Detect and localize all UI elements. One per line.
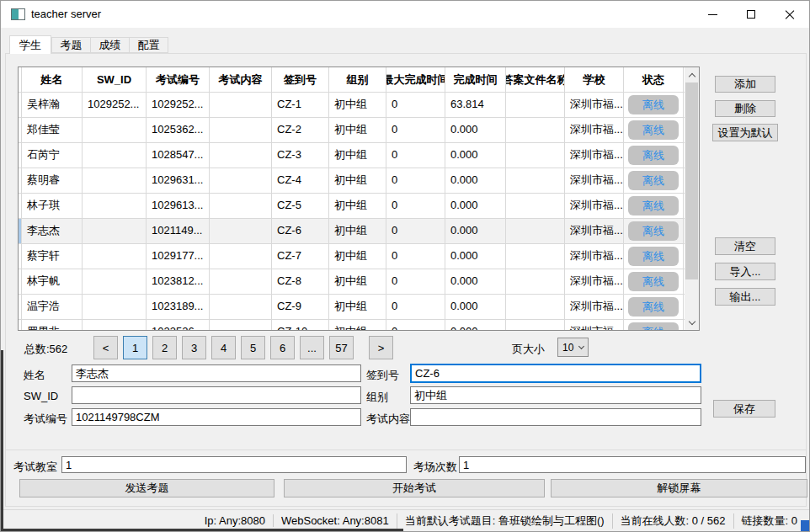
maximize-button[interactable] [732, 1, 770, 28]
table-row[interactable]: 林子琪 1029613... CZ-5 初中组 0 0.000 深圳市福... … [19, 194, 699, 219]
table-header-cell[interactable]: 学校 [565, 67, 624, 92]
status-badge[interactable]: 离线 [628, 196, 679, 215]
swid-field[interactable] [72, 386, 361, 404]
clear-button[interactable]: 清空 [715, 237, 775, 255]
prev-page-button[interactable]: < [93, 336, 118, 359]
page-button[interactable]: 5 [241, 336, 265, 359]
status-badge[interactable]: 离线 [628, 322, 679, 330]
scroll-down-button[interactable] [685, 316, 699, 330]
cell-finish-time: 0.000 [445, 118, 506, 142]
add-button[interactable]: 添加 [715, 76, 775, 93]
page-size-value: 10 [562, 342, 573, 354]
table-row[interactable]: 蔡宇轩 1029177... CZ-7 初中组 0 0.000 深圳市福... … [19, 244, 699, 269]
status-badge[interactable]: 离线 [628, 297, 679, 317]
table-header-cell[interactable]: SW_ID [83, 67, 147, 92]
page-button[interactable]: 1 [123, 336, 147, 359]
tab-questions[interactable]: 考题 [51, 37, 91, 53]
start-exam-button[interactable]: 开始考试 [284, 479, 545, 497]
table-header-cell[interactable]: 答案文件名称 [506, 67, 565, 92]
cell-school: 深圳市福... [565, 320, 624, 330]
student-table: 姓名SW_ID考试编号考试内容签到号组别最大完成时间完成时间答案文件名称学校状态… [18, 66, 700, 331]
cell-name: 罗思非 [22, 320, 83, 330]
page-button[interactable]: 4 [211, 336, 236, 359]
save-button[interactable]: 保存 [713, 400, 775, 418]
group-label: 组别 [366, 390, 388, 405]
table-header-cell[interactable]: 完成时间 [445, 67, 506, 92]
page-button[interactable]: ... [300, 336, 324, 359]
status-badge[interactable]: 离线 [628, 272, 679, 291]
table-header-cell[interactable]: 最大完成时间 [386, 67, 445, 92]
exam-content-field[interactable] [410, 408, 701, 426]
tab-config[interactable]: 配置 [129, 37, 168, 53]
exam-content-label: 考试内容 [366, 412, 410, 427]
status-badge[interactable]: 离线 [628, 95, 679, 114]
import-button[interactable]: 导入... [715, 263, 775, 280]
cell-group: 初中组 [329, 244, 386, 269]
page-button[interactable]: 6 [270, 336, 295, 359]
exam-room-label: 考试教室 [13, 460, 57, 475]
page-button[interactable]: 57 [329, 336, 354, 359]
export-button[interactable]: 输出... [715, 288, 775, 306]
table-row[interactable]: 罗思非 1023526... CZ-10 初中组 0 0.000 深圳市福...… [19, 320, 699, 330]
status-badge[interactable]: 离线 [628, 221, 679, 241]
title-bar: teacher server [1, 1, 809, 28]
minimize-button[interactable] [693, 1, 732, 28]
table-row[interactable]: 林宇帆 1023812... CZ-8 初中组 0 0.000 深圳市福... … [19, 269, 699, 295]
cell-finish-time: 0.000 [445, 168, 506, 193]
status-badge[interactable]: 离线 [628, 120, 679, 140]
cell-answer-file [506, 269, 565, 294]
scroll-up-button[interactable] [685, 67, 699, 82]
tab-students[interactable]: 学生 [9, 35, 51, 54]
page-button[interactable]: 3 [182, 336, 206, 359]
exam-no-field[interactable] [72, 408, 361, 426]
unlock-screen-button[interactable]: 解锁屏幕 [551, 479, 807, 497]
name-field[interactable] [72, 364, 361, 382]
set-default-button[interactable]: 设置为默认 [712, 124, 778, 141]
status-segment: 当前在线人数: 0 / 562 [612, 513, 726, 529]
status-badge[interactable]: 离线 [628, 146, 679, 165]
badge-field[interactable] [410, 364, 701, 383]
cell-exam-content [210, 194, 272, 218]
vertical-scrollbar[interactable] [685, 67, 699, 330]
close-button[interactable] [770, 1, 809, 28]
chevron-down-icon [688, 317, 695, 324]
cell-finish-time: 63.814 [445, 93, 506, 117]
table-header-cell[interactable]: 考试编号 [147, 67, 210, 92]
page-button[interactable]: 2 [152, 336, 177, 359]
status-segment: 链接数量: 0 [733, 513, 797, 529]
next-page-button[interactable]: > [369, 336, 393, 359]
table-header-cell[interactable]: 考试内容 [210, 67, 272, 92]
table-row[interactable]: 温宇浩 1023189... CZ-9 初中组 0 0.000 深圳市福... … [19, 295, 699, 320]
table-row[interactable]: 吴梓瀚 1029252... 1029252... CZ-1 初中组 0 63.… [19, 93, 699, 118]
group-field[interactable] [410, 386, 701, 404]
send-exam-button[interactable]: 发送考题 [19, 479, 274, 497]
table-row[interactable]: 李志杰 1021149... CZ-6 初中组 0 0.000 深圳市福... … [19, 219, 699, 244]
cell-status: 离线 [624, 93, 684, 117]
cell-exam-content [210, 118, 272, 142]
table-header-cell[interactable]: 状态 [624, 67, 684, 92]
table-row[interactable]: 蔡明睿 1029631... CZ-4 初中组 0 0.000 深圳市福... … [19, 168, 699, 194]
scrollbar-thumb[interactable] [685, 82, 698, 279]
cell-answer-file [506, 320, 565, 330]
cell-school: 深圳市福... [565, 194, 624, 218]
table-header-cell[interactable]: 签到号 [272, 67, 329, 92]
table-header-cell[interactable]: 姓名 [22, 67, 83, 92]
page-size-select[interactable]: 10 [557, 338, 589, 357]
exam-session-field[interactable] [459, 456, 806, 473]
table-header-cell[interactable]: 组别 [329, 67, 386, 92]
delete-button[interactable]: 删除 [715, 100, 775, 117]
pagination: < 123456...57 > [93, 336, 393, 359]
status-badge[interactable]: 离线 [628, 247, 679, 266]
cell-status: 离线 [624, 295, 684, 319]
tab-scores[interactable]: 成绩 [90, 37, 130, 53]
close-icon [784, 8, 796, 20]
cell-name: 石芮宁 [22, 143, 83, 168]
cell-exam-content [210, 219, 272, 243]
table-row[interactable]: 石芮宁 1028547... CZ-3 初中组 0 0.000 深圳市福... … [19, 143, 699, 168]
exam-room-field[interactable] [61, 456, 407, 473]
cell-school: 深圳市福... [565, 219, 624, 243]
cell-name: 吴梓瀚 [22, 93, 83, 117]
cell-status: 离线 [624, 269, 684, 294]
table-row[interactable]: 郑佳莹 1025362... CZ-2 初中组 0 0.000 深圳市福... … [19, 118, 699, 143]
status-badge[interactable]: 离线 [628, 171, 679, 190]
